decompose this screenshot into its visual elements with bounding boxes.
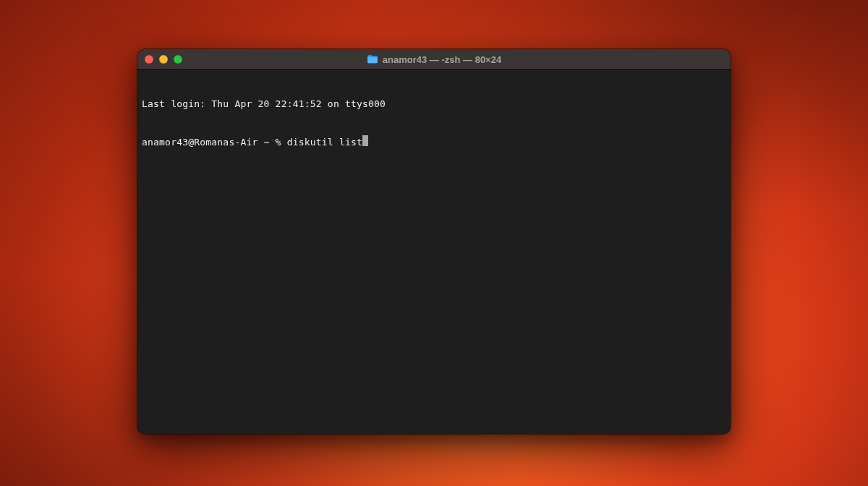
typed-command: diskutil list [287, 136, 362, 148]
terminal-window[interactable]: anamor43 — -zsh — 80×24 Last login: Thu … [137, 49, 731, 434]
window-title: anamor43 — -zsh — 80×24 [137, 54, 731, 65]
last-login-line: Last login: Thu Apr 20 22:41:52 on ttys0… [142, 98, 726, 110]
prompt-line: anamor43@Romanas-Air ~ % diskutil list [142, 135, 726, 148]
window-controls [145, 55, 182, 64]
minimize-button[interactable] [159, 55, 168, 64]
window-title-text: anamor43 — -zsh — 80×24 [383, 54, 501, 65]
window-title-bar[interactable]: anamor43 — -zsh — 80×24 [137, 49, 731, 70]
terminal-content[interactable]: Last login: Thu Apr 20 22:41:52 on ttys0… [137, 70, 731, 434]
shell-prompt: anamor43@Romanas-Air ~ % [142, 136, 287, 148]
folder-icon [367, 54, 378, 64]
text-cursor [362, 135, 368, 146]
zoom-button[interactable] [174, 55, 182, 64]
close-button[interactable] [145, 55, 153, 64]
